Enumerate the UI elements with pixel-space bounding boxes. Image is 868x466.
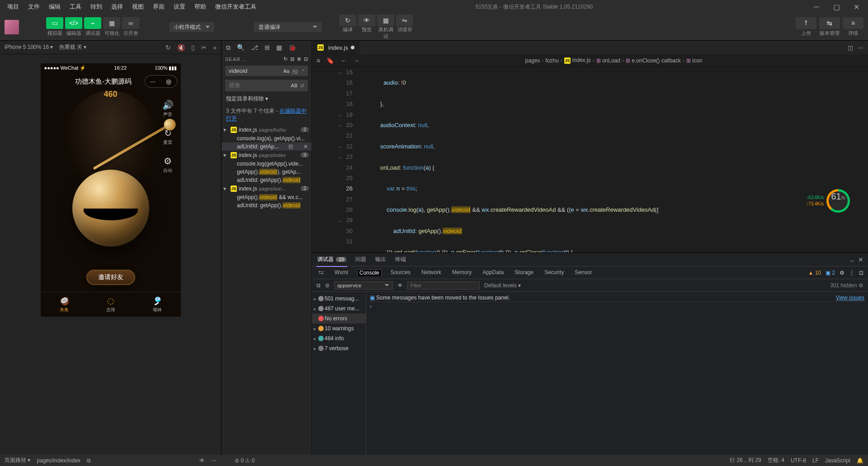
tabbar-颂钵[interactable]: 🎐颂钵 xyxy=(152,296,162,313)
menu-项目[interactable]: 项目 xyxy=(4,2,23,12)
search-file[interactable]: JSindex.jspages/son...2 xyxy=(222,184,311,193)
cursor-pos[interactable]: 行 26，列 29 xyxy=(730,456,761,464)
menu-微信开发者工具[interactable]: 微信开发者工具 xyxy=(212,2,260,12)
side-btn-声音[interactable]: 🔊声音 xyxy=(162,100,174,118)
breadcrumb-onLoad[interactable]: ⊞ onLoad xyxy=(596,57,620,64)
capsule[interactable]: ··· ◎ xyxy=(145,75,177,88)
bell-icon[interactable]: 🔔 xyxy=(857,457,863,464)
console-filter-484 info[interactable]: 484 info xyxy=(312,333,366,343)
console-filter-No errors[interactable]: No errors xyxy=(312,314,366,323)
devtools-gear-icon[interactable]: ⚙ xyxy=(840,270,844,276)
split-editor-icon[interactable]: ◫ xyxy=(848,44,853,51)
match-case-icon[interactable]: Aa xyxy=(283,68,289,74)
console-prompt[interactable]: › xyxy=(368,302,866,310)
panel-tab-network[interactable]: Network xyxy=(420,269,443,276)
fold-icon[interactable]: ⌵ xyxy=(312,120,344,130)
fold-icon[interactable]: ⌵ xyxy=(312,215,344,225)
panel-tab-sensor[interactable]: Sensor xyxy=(573,269,594,276)
regex-icon[interactable]: .* xyxy=(301,68,304,74)
replace-input[interactable]: 替换 AB ⇄ xyxy=(225,80,308,91)
code-editor[interactable]: ⌵⌵⌵⌵⌵⌵ 151617181920212223242526272829303… xyxy=(312,67,868,252)
dt-tab-问题[interactable]: 问题 xyxy=(354,256,367,263)
toolbar-版本管理-button[interactable]: ↹ xyxy=(819,17,840,29)
back-icon[interactable]: ← xyxy=(340,57,347,64)
panel-tab-sources[interactable]: Sources xyxy=(389,269,412,276)
minimize-button[interactable]: ─ xyxy=(808,1,825,12)
console-filter-7 verbose[interactable]: 7 verbose xyxy=(312,343,366,353)
console-scope-select[interactable]: appservice xyxy=(334,281,393,290)
view-issues-link[interactable]: View issues xyxy=(836,295,864,301)
page-path[interactable]: pages/index/index xyxy=(37,457,80,464)
panel-tab-console[interactable]: Console xyxy=(357,269,382,276)
remote-debug-button[interactable]: ▦ xyxy=(377,14,394,26)
cloud-toggle[interactable]: ∞ xyxy=(122,17,139,29)
menu-视图[interactable]: 视图 xyxy=(128,2,147,12)
fold-icon[interactable]: ⌵ xyxy=(312,109,344,120)
menu-工具[interactable]: 工具 xyxy=(66,2,85,12)
new-file-icon[interactable]: ⊕ xyxy=(297,56,301,62)
menu-设置[interactable]: 设置 xyxy=(170,2,189,12)
sim-more-icon[interactable]: » xyxy=(213,44,217,51)
status-more-icon[interactable]: ⋯ xyxy=(211,457,217,464)
close-button[interactable]: ✕ xyxy=(848,1,864,12)
console-levels[interactable]: Default levels ▾ xyxy=(484,282,521,289)
breadcrumb-fozhu[interactable]: fozhu xyxy=(546,57,559,64)
fold-icon[interactable]: ⌵ xyxy=(312,67,344,77)
panel-tab-memory[interactable]: Memory xyxy=(450,269,473,276)
list-icon[interactable]: ≡ xyxy=(316,57,320,64)
menu-文件[interactable]: 文件 xyxy=(24,2,43,12)
search-result-line[interactable]: console.log(getApp().vide... xyxy=(222,160,311,168)
panel-tab-appdata[interactable]: AppData xyxy=(481,269,505,276)
search-result-line[interactable]: console.log(a), getApp().vi... xyxy=(222,134,311,143)
search-result-line[interactable]: getApp().videoid && wx.c... xyxy=(222,193,311,201)
issues-warn-count[interactable]: ▲ 10 xyxy=(808,270,821,276)
console-filter-487 user me...[interactable]: 487 user me... xyxy=(312,304,366,314)
devtools-more-icon[interactable]: ⋮ xyxy=(849,270,854,276)
console-sidebar-toggle-icon[interactable]: ⧉ xyxy=(316,282,321,289)
collapse-icon[interactable]: ⊡ xyxy=(304,56,308,62)
tabbar-木鱼[interactable]: 🥥木鱼 xyxy=(59,296,69,313)
sim-device-icon[interactable]: ▯ xyxy=(191,44,195,51)
menu-转到[interactable]: 转到 xyxy=(87,2,106,12)
preview-button[interactable]: 👁 xyxy=(358,14,375,26)
close-icon[interactable]: ✕ xyxy=(302,143,309,150)
search-result-line[interactable]: adUnitId: getApp().videoid xyxy=(222,176,311,184)
panel-tab-security[interactable]: Security xyxy=(542,269,566,276)
fold-icon[interactable]: ⌵ xyxy=(312,141,344,152)
console-hidden-count[interactable]: 301 hidden ⚙ xyxy=(830,282,863,289)
forward-icon[interactable]: → xyxy=(353,57,359,64)
breadcrumb-icon[interactable]: ⊞ icon xyxy=(686,57,702,64)
devtools-dock-icon[interactable]: ⊡ xyxy=(859,270,863,276)
menu-编辑[interactable]: 编辑 xyxy=(45,2,64,12)
path-label[interactable]: 页面路径 ▾ xyxy=(5,456,30,464)
console-filter-10 warnings[interactable]: 10 warnings xyxy=(312,323,366,333)
dt-tab-终端[interactable]: 终端 xyxy=(394,256,407,263)
search-input[interactable]: videoid Aa Ab .* xyxy=(225,66,308,76)
menu-界面[interactable]: 界面 xyxy=(149,2,168,12)
clear-cache-button[interactable]: ⇋ xyxy=(396,14,413,26)
visual-toggle[interactable]: ▦ xyxy=(103,17,120,29)
capsule-close-icon[interactable]: ◎ xyxy=(166,78,171,85)
compile-button[interactable]: ↻ xyxy=(339,14,356,26)
console-clear-icon[interactable]: ⊘ xyxy=(325,282,330,289)
tabbar-念珠[interactable]: ◌念珠 xyxy=(106,296,115,313)
hot-reload-selector[interactable]: 热重载 关 ▾ xyxy=(59,44,87,50)
editor-tab-index-js[interactable]: JS index.js xyxy=(312,41,360,54)
encoding[interactable]: UTF-8 xyxy=(791,457,806,464)
toolbar-详情-button[interactable]: ≡ xyxy=(843,17,863,29)
bookmark-icon[interactable]: 🔖 xyxy=(326,57,334,64)
simulator-toggle[interactable]: ▭ xyxy=(46,17,63,29)
sim-refresh-icon[interactable]: ↻ xyxy=(165,44,171,51)
issues-blue-count[interactable]: ▣ 2 xyxy=(826,270,835,276)
replace-all-icon[interactable]: ⇄ xyxy=(300,83,304,89)
panel-tab-wxml[interactable]: Wxml xyxy=(333,269,350,276)
search-file[interactable]: JSindex.jspages/fozhu2 xyxy=(222,125,311,134)
menu-选择[interactable]: 选择 xyxy=(108,2,127,12)
eol[interactable]: LF xyxy=(812,457,819,464)
refresh-search-icon[interactable]: ↻ xyxy=(283,56,288,62)
problems-counter[interactable]: ⊘ 0 ⚠ 0 xyxy=(235,457,255,464)
console-filter-input[interactable] xyxy=(407,281,480,290)
breadcrumb-pages[interactable]: pages xyxy=(525,57,540,64)
device-selector[interactable]: iPhone 5 100% 16 ▾ xyxy=(5,44,53,50)
pin-icon[interactable]: ⊟ xyxy=(288,143,294,150)
